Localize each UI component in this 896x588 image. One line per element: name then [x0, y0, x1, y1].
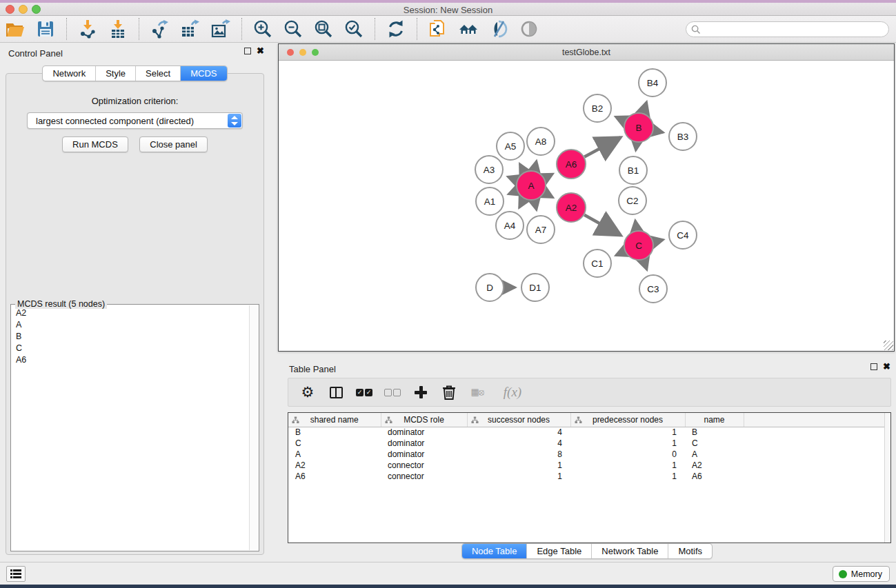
- graph-node-B1[interactable]: B1: [619, 156, 647, 184]
- column-header-name[interactable]: name: [685, 413, 744, 427]
- graph-node-C[interactable]: C: [624, 231, 653, 260]
- graph-node-B2[interactable]: B2: [584, 94, 611, 122]
- table-cell[interactable]: 1: [570, 438, 685, 449]
- graph-node-A4[interactable]: A4: [496, 212, 524, 239]
- mcds-result-scrollbar[interactable]: [249, 305, 258, 550]
- tab-mcds[interactable]: MCDS: [181, 66, 226, 81]
- graph-edge-A-A2[interactable]: [544, 193, 552, 198]
- network-frame-titlebar[interactable]: testGlobe.txt: [279, 44, 894, 61]
- graph-edge-C-C3[interactable]: [644, 260, 647, 270]
- search-field[interactable]: [686, 21, 889, 37]
- graph-node-B3[interactable]: B3: [669, 123, 697, 150]
- search-input[interactable]: [704, 25, 888, 34]
- table-cell[interactable]: A6: [288, 471, 381, 482]
- table-cell[interactable]: 4: [467, 438, 570, 449]
- float-panel-icon[interactable]: [244, 48, 251, 54]
- graph-edge-A-A7[interactable]: [535, 200, 537, 210]
- column-header-predecessor-nodes[interactable]: predecessor nodes: [570, 413, 685, 427]
- resize-grip-icon[interactable]: [884, 341, 893, 350]
- table-cell[interactable]: A: [288, 449, 381, 460]
- graph-node-A3[interactable]: A3: [475, 156, 503, 183]
- toggle-graphics-details-icon[interactable]: [487, 18, 510, 40]
- mcds-result-item[interactable]: A2: [11, 307, 249, 318]
- graph-edge-A-A6[interactable]: [544, 174, 552, 178]
- zoom-out-icon[interactable]: [281, 18, 305, 40]
- table-cell[interactable]: connector: [381, 471, 467, 482]
- tab-motifs[interactable]: Motifs: [668, 544, 712, 558]
- graph-edge-A6-B[interactable]: [584, 137, 620, 156]
- mcds-result-item[interactable]: A6: [11, 354, 249, 365]
- graph-edge-A-A1[interactable]: [508, 191, 517, 194]
- graph-edge-A2-C[interactable]: [584, 215, 621, 236]
- table-row[interactable]: Cdominator41C: [288, 438, 891, 449]
- graph-node-D1[interactable]: D1: [521, 274, 549, 301]
- graph-edge-B-B4[interactable]: [643, 102, 646, 113]
- mcds-result-item[interactable]: A: [11, 318, 249, 330]
- table-row[interactable]: A6connector11A6: [288, 471, 891, 482]
- graph-edge-B-B1[interactable]: [636, 143, 637, 150]
- create-column-icon[interactable]: [412, 383, 430, 401]
- graph-node-A5[interactable]: A5: [497, 132, 524, 160]
- show-column-icon[interactable]: [327, 383, 345, 401]
- graph-edge-C-C1[interactable]: [616, 252, 625, 256]
- tab-network[interactable]: Network: [43, 66, 96, 81]
- graph-node-C1[interactable]: C1: [584, 250, 611, 277]
- table-cell[interactable]: dominator: [381, 449, 467, 460]
- float-table-panel-icon[interactable]: [870, 363, 877, 370]
- graph-node-C3[interactable]: C3: [639, 275, 667, 303]
- graph-node-C2[interactable]: C2: [619, 187, 646, 214]
- table-cell[interactable]: 1: [467, 460, 570, 471]
- table-scrollbar[interactable]: [884, 413, 890, 543]
- birds-eye-view-icon[interactable]: [517, 18, 541, 40]
- tab-edge-table[interactable]: Edge Table: [527, 544, 592, 558]
- zoom-selected-icon[interactable]: [342, 18, 366, 40]
- graph-node-A7[interactable]: A7: [527, 216, 555, 243]
- refresh-icon[interactable]: [384, 18, 408, 40]
- graph-node-B4[interactable]: B4: [639, 69, 666, 97]
- graph-node-A2[interactable]: A2: [557, 193, 586, 222]
- table-cell[interactable]: dominator: [381, 427, 467, 438]
- graph-node-B[interactable]: B: [624, 113, 653, 142]
- table-row[interactable]: Bdominator41B: [288, 427, 891, 438]
- import-network-icon[interactable]: [76, 18, 99, 40]
- network-graph[interactable]: B4B2BB3A8A5A6A3B1AA1C2A2A4A7C4CC1C3DD1: [279, 61, 894, 351]
- import-table-icon[interactable]: [106, 18, 130, 40]
- table-cell[interactable]: A: [685, 449, 744, 460]
- delete-columns-icon[interactable]: [440, 383, 458, 401]
- table-cell[interactable]: A2: [685, 460, 744, 471]
- table-cell[interactable]: C: [288, 438, 381, 449]
- table-cell[interactable]: 0: [570, 449, 685, 460]
- table-options-gear-icon[interactable]: ⚙: [299, 383, 317, 401]
- table-cell[interactable]: B: [685, 427, 744, 438]
- graph-node-D[interactable]: D: [476, 274, 504, 301]
- tab-style[interactable]: Style: [96, 66, 136, 81]
- run-mcds-button[interactable]: Run MCDS: [62, 136, 128, 152]
- table-cell[interactable]: 1: [570, 427, 685, 438]
- table-cell[interactable]: 4: [467, 427, 570, 438]
- open-session-icon[interactable]: [3, 18, 27, 40]
- graph-node-C4[interactable]: C4: [669, 221, 697, 249]
- table-cell[interactable]: C: [685, 438, 744, 449]
- column-header-MCDS-role[interactable]: MCDS role: [381, 413, 467, 427]
- mcds-result-item[interactable]: B: [11, 330, 249, 342]
- table-cell[interactable]: A6: [685, 471, 744, 482]
- column-header-shared-name[interactable]: shared name: [288, 413, 381, 427]
- zoom-fit-icon[interactable]: [312, 18, 335, 40]
- close-panel-button[interactable]: Close panel: [139, 136, 208, 152]
- table-row[interactable]: A2connector11A2: [288, 460, 891, 471]
- export-table-icon[interactable]: [179, 18, 202, 40]
- table-cell[interactable]: 1: [570, 471, 685, 482]
- tab-node-table[interactable]: Node Table: [462, 544, 528, 558]
- close-table-panel-icon[interactable]: ✖: [883, 363, 890, 370]
- graph-edge-A-A4[interactable]: [519, 199, 524, 207]
- graph-edge-A-A3[interactable]: [508, 176, 517, 180]
- select-all-columns-icon[interactable]: ✓✓: [355, 383, 373, 401]
- graph-node-A1[interactable]: A1: [476, 187, 504, 215]
- graph-edge-C-C4[interactable]: [653, 240, 663, 242]
- graph-edge-A-A8[interactable]: [535, 161, 537, 170]
- function-builder-icon[interactable]: f(x): [497, 383, 528, 401]
- deselect-all-columns-icon[interactable]: [384, 383, 401, 401]
- graph-edge-A-A5[interactable]: [520, 164, 524, 172]
- table-cell[interactable]: B: [288, 427, 381, 438]
- clone-network-icon[interactable]: [426, 18, 450, 40]
